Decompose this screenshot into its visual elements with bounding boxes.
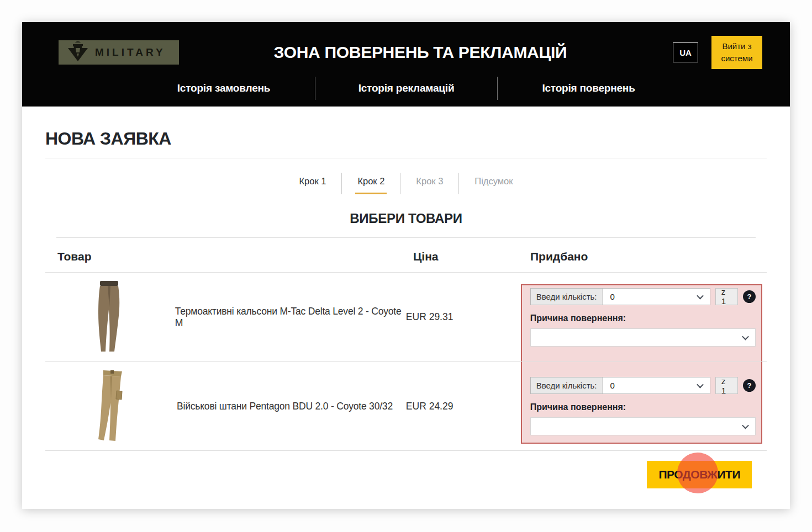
nav-order-history[interactable]: Історія замовлень — [133, 77, 315, 100]
nav-claims-history[interactable]: Історія рекламацій — [315, 77, 497, 100]
table-row: Військові штани Pentagon BDU 2.0 - Coyot… — [45, 361, 767, 451]
soldier-emblem-icon — [66, 40, 89, 65]
product-image-cargo-pants — [74, 368, 146, 445]
quantity-max-badge: z 1 — [715, 288, 738, 305]
divider — [45, 158, 767, 158]
quantity-row: Введи кількість: 0 z 1 ? — [530, 288, 756, 305]
column-header-purchased: Придбано — [530, 250, 767, 263]
quantity-value: 0 — [610, 381, 614, 390]
return-controls: Введи кількість: 0 z 1 ? Причина поверне… — [521, 288, 767, 347]
return-controls: Введи кількість: 0 z 1 ? Причина поверне… — [521, 377, 767, 435]
return-reason-select[interactable] — [530, 417, 756, 435]
table-row: Термоактивні кальсони M-Tac Delta Level … — [45, 272, 767, 361]
page-card: MILITARY ЗОНА ПОВЕРНЕНЬ ТА РЕКЛАМАЦІЙ UA… — [22, 22, 790, 509]
step-tabs: Крок 1 Крок 2 Крок 3 Підсумок — [45, 173, 767, 194]
main-nav: Історія замовлень Історія рекламацій Іст… — [22, 73, 790, 104]
quantity-max-badge: z 1 — [715, 377, 738, 394]
help-icon[interactable]: ? — [743, 379, 756, 392]
column-header-price: Ціна — [413, 250, 530, 263]
product-name: Військові штани Pentagon BDU 2.0 - Coyot… — [177, 401, 393, 412]
quantity-group: Введи кількість: 0 — [530, 377, 710, 394]
main-content: НОВА ЗАЯВКА Крок 1 Крок 2 Крок 3 Підсумо… — [22, 107, 790, 488]
quantity-select[interactable]: 0 — [603, 377, 709, 393]
tab-step-1[interactable]: Крок 1 — [283, 173, 341, 194]
header: MILITARY ЗОНА ПОВЕРНЕНЬ ТА РЕКЛАМАЦІЙ UA… — [22, 22, 790, 107]
column-header-product: Товар — [45, 250, 413, 263]
quantity-value: 0 — [610, 292, 614, 301]
help-icon[interactable]: ? — [743, 290, 756, 303]
product-table: Термоактивні кальсони M-Tac Delta Level … — [45, 272, 767, 451]
table-header: Товар Ціна Придбано — [45, 238, 767, 272]
section-title: ВИБЕРИ ТОВАРИ — [45, 211, 767, 226]
chevron-down-icon — [742, 422, 749, 429]
product-price: EUR 29.31 — [406, 311, 521, 323]
chevron-down-icon — [697, 381, 704, 389]
header-top: MILITARY ЗОНА ПОВЕРНЕНЬ ТА РЕКЛАМАЦІЙ UA… — [22, 22, 790, 73]
return-reason-label: Причина повернення: — [530, 402, 756, 412]
quantity-row: Введи кількість: 0 z 1 ? — [530, 377, 756, 394]
quantity-label: Введи кількість: — [531, 377, 603, 393]
tab-summary[interactable]: Підсумок — [458, 173, 528, 194]
language-button[interactable]: UA — [673, 42, 698, 62]
nav-returns-history[interactable]: Історія повернень — [497, 77, 679, 100]
quantity-group: Введи кількість: 0 — [530, 288, 710, 305]
return-reason-select[interactable] — [530, 328, 756, 347]
browser-viewport: MILITARY ЗОНА ПОВЕРНЕНЬ ТА РЕКЛАМАЦІЙ UA… — [0, 0, 812, 532]
return-reason-label: Причина повернення: — [530, 313, 756, 323]
continue-button[interactable]: ПРОДОВЖИТИ — [647, 461, 752, 488]
continue-area: ПРОДОВЖИТИ — [45, 451, 767, 488]
logout-button[interactable]: Вийти з системи — [711, 36, 762, 69]
product-cell: Військові штани Pentagon BDU 2.0 - Coyot… — [45, 368, 406, 445]
product-price: EUR 24.29 — [406, 401, 521, 412]
page-title: НОВА ЗАЯВКА — [45, 129, 767, 149]
tab-step-3[interactable]: Крок 3 — [400, 173, 458, 194]
tab-step-2[interactable]: Крок 2 — [341, 173, 400, 194]
logo-wordmark: MILITARY — [95, 46, 166, 58]
product-name: Термоактивні кальсони M-Tac Delta Level … — [175, 306, 406, 329]
page-header-title: ЗОНА ПОВЕРНЕНЬ ТА РЕКЛАМАЦІЙ — [179, 43, 673, 62]
chevron-down-icon — [742, 333, 749, 340]
product-image-thermal-pants — [74, 279, 144, 356]
chevron-down-icon — [697, 292, 704, 299]
brand-logo: MILITARY — [59, 40, 179, 65]
quantity-select[interactable]: 0 — [603, 289, 709, 305]
quantity-label: Введи кількість: — [531, 289, 603, 305]
product-cell: Термоактивні кальсони M-Tac Delta Level … — [45, 279, 406, 356]
